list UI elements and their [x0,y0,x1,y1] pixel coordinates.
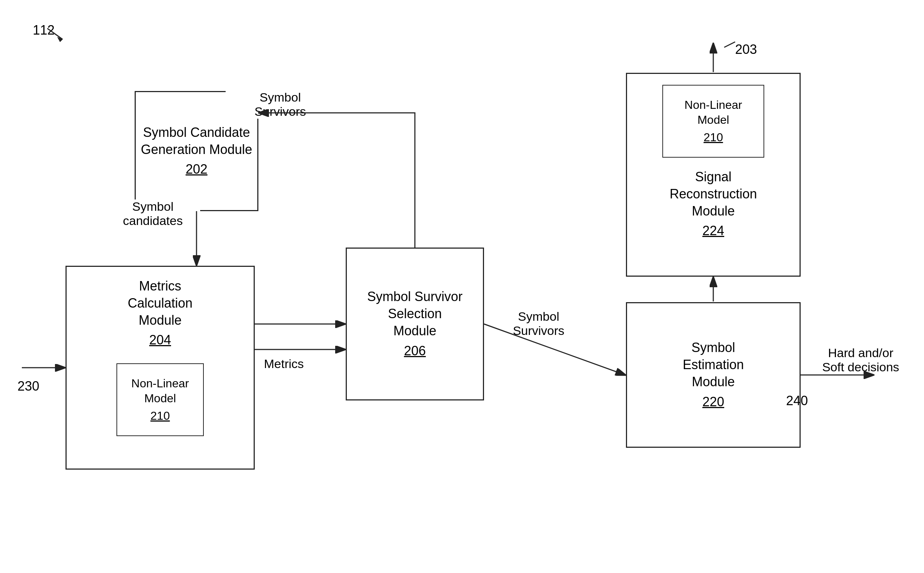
label-symbol-survivors-top: SymbolSurvivors [226,90,335,119]
box-metrics-calc-ref: 204 [149,332,171,349]
box-non-linear-top-ref: 210 [704,130,723,145]
box-metrics-calc: MetricsCalculationModule 204 Non-LinearM… [66,266,255,470]
label-metrics: Metrics [255,357,313,371]
svg-line-11 [724,42,735,47]
ref-203: 203 [735,42,757,57]
box-non-linear-inner-title: Non-LinearModel [131,376,189,406]
ref-240: 240 [786,393,808,409]
box-symbol-survivor-title: Symbol SurvivorSelectionModule [367,288,463,339]
svg-marker-2 [58,37,63,42]
box-signal-reconstruction-title: SignalReconstructionModule [670,169,757,219]
box-symbol-survivor-ref: 206 [404,343,426,360]
box-symbol-estimation: SymbolEstimationModule 220 [626,302,800,448]
ref-230: 230 [17,379,39,394]
label-symbol-candidates: Symbolcandidates [106,199,200,228]
ref-112: 112 [33,23,55,38]
box-metrics-calc-title: MetricsCalculationModule [128,278,192,329]
box-signal-reconstruction: Non-LinearModel 210 SignalReconstruction… [626,73,800,277]
box-symbol-estimation-title: SymbolEstimationModule [683,339,744,390]
label-hard-soft: Hard and/orSoft decisions [808,346,913,374]
box-non-linear-inner-ref: 210 [150,409,170,424]
box-non-linear-inner: Non-LinearModel 210 [116,363,204,436]
box-signal-reconstruction-ref: 224 [702,222,724,240]
box-symbol-candidate-ref: 202 [186,161,208,178]
box-non-linear-top-title: Non-LinearModel [685,97,742,128]
box-symbol-candidate-title: Symbol CandidateGeneration Module [141,124,252,158]
diagram: 112 Symbol CandidateGeneration Module 20… [0,0,924,573]
label-symbol-survivors-right: SymbolSurvivors [488,310,589,338]
box-symbol-survivor: Symbol SurvivorSelectionModule 206 [346,247,484,401]
box-non-linear-top: Non-LinearModel 210 [662,85,764,158]
box-symbol-estimation-ref: 220 [702,393,724,411]
